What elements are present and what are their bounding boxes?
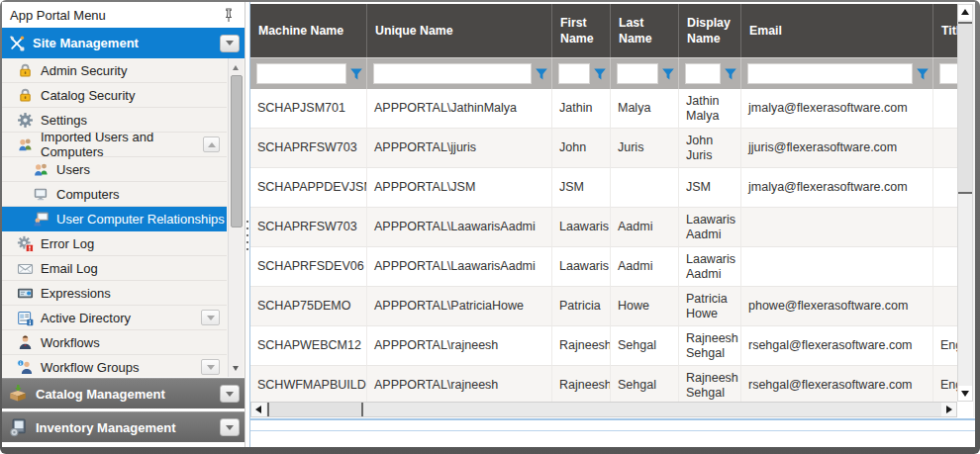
sidebar-item-catalog-security[interactable]: Catalog Security bbox=[2, 83, 227, 108]
filter-funnel-icon[interactable] bbox=[724, 67, 737, 81]
section-header-catalog-management[interactable]: Catalog Management bbox=[2, 378, 245, 409]
table-row[interactable]: SCHAPWEBCM12APPPORTAL\rajneeshRajneeshSe… bbox=[250, 326, 957, 366]
dropdown-button[interactable] bbox=[201, 359, 220, 375]
table-row[interactable]: SCHAPAPPDEVJSMAPPPORTAL\JSMJSMJSMjmalya@… bbox=[250, 168, 957, 208]
cell-email: rsehgal@flexerasoftware.com bbox=[741, 326, 933, 366]
filter-cell-display-name bbox=[679, 58, 741, 89]
section-header-inventory-management[interactable]: Inventory Management bbox=[2, 411, 245, 442]
sidebar-item-expressions[interactable]: Expressions bbox=[2, 281, 227, 306]
cell-first-name: Laawaris bbox=[552, 208, 611, 247]
cell-machine-name: SCHAPAPPDEVJSM bbox=[250, 168, 367, 208]
cell-first-name: Jathin bbox=[552, 89, 611, 129]
section-header-site-management[interactable]: Site Management bbox=[2, 28, 245, 58]
cell-unique-name: APPPORTAL\JathinMalya bbox=[367, 89, 552, 129]
sidebar-item-label: Email Log bbox=[41, 261, 98, 276]
cell-first-name: Rajneesh bbox=[552, 326, 611, 366]
sidebar-scrollbar-thumb[interactable] bbox=[231, 75, 243, 227]
collapse-button[interactable] bbox=[203, 136, 220, 152]
cell-title bbox=[933, 208, 957, 247]
column-header-machine-name[interactable]: Machine Name bbox=[250, 4, 367, 57]
cell-first-name: Rajneesh bbox=[552, 366, 611, 402]
sidebar-item-computers[interactable]: Computers bbox=[2, 182, 227, 207]
cell-first-name: Laawaris bbox=[552, 247, 611, 287]
sidebar-item-label: Imported Users and Computers bbox=[41, 130, 196, 159]
table-row[interactable]: SCHAP75DEMOAPPPORTAL\PatriciaHowePatrici… bbox=[250, 287, 957, 326]
tools-icon bbox=[8, 35, 26, 52]
table-row[interactable]: SCHAPJSM701APPPORTAL\JathinMalyaJathinMa… bbox=[250, 89, 957, 129]
grid-hscrollbar-thumb[interactable] bbox=[267, 403, 363, 416]
filter-input-email[interactable] bbox=[747, 63, 913, 84]
filter-input-machine-name[interactable] bbox=[256, 63, 346, 84]
sidebar-scrollbar[interactable] bbox=[228, 58, 243, 377]
column-header-first-name[interactable]: First Name bbox=[552, 4, 611, 57]
filter-cell-machine-name bbox=[250, 58, 367, 89]
section-collapse-button[interactable] bbox=[220, 35, 240, 52]
scroll-up-arrow-icon[interactable] bbox=[958, 5, 972, 20]
scroll-right-arrow-icon[interactable] bbox=[941, 403, 956, 416]
sidebar-item-label: Expressions bbox=[41, 286, 111, 301]
cell-first-name: JSM bbox=[552, 168, 611, 208]
section-expand-button[interactable] bbox=[220, 418, 240, 436]
section-label: Site Management bbox=[33, 36, 139, 50]
sidebar-item-workflows[interactable]: Workflows bbox=[2, 330, 227, 355]
sidebar-item-error-log[interactable]: Error Log bbox=[2, 231, 227, 256]
table-row[interactable]: SCHAPRFSDEV06APPPORTAL\LaawarisAadmiLaaw… bbox=[250, 247, 957, 287]
column-header-unique-name[interactable]: Unique Name bbox=[367, 4, 552, 57]
sidebar-item-label: Workflows bbox=[41, 335, 100, 350]
filter-funnel-icon[interactable] bbox=[916, 67, 930, 81]
column-header-title[interactable]: Title bbox=[933, 4, 957, 57]
cell-machine-name: SCHWFMAPBUILD2 bbox=[250, 366, 367, 402]
filter-input-display-name[interactable] bbox=[685, 63, 721, 84]
grid-vertical-scrollbar[interactable] bbox=[957, 4, 973, 402]
cell-last-name: Sehgal bbox=[611, 326, 679, 366]
dropdown-button[interactable] bbox=[201, 310, 220, 325]
cell-unique-name: APPPORTAL\LaawarisAadmi bbox=[367, 247, 552, 287]
filter-funnel-icon[interactable] bbox=[535, 67, 548, 81]
section-expand-button[interactable] bbox=[220, 385, 240, 403]
filter-input-first-name[interactable] bbox=[558, 63, 590, 84]
pin-icon[interactable] bbox=[221, 7, 237, 23]
column-header-last-name[interactable]: Last Name bbox=[611, 4, 679, 57]
scroll-down-arrow-icon[interactable] bbox=[229, 361, 243, 375]
filter-input-title[interactable] bbox=[939, 63, 957, 84]
cell-machine-name: SCHAPJSM701 bbox=[250, 89, 367, 129]
cell-display-name: Rajneesh Sehgal bbox=[679, 326, 741, 366]
sidebar-item-label: Admin Security bbox=[41, 63, 127, 78]
sidebar-item-email-log[interactable]: Email Log bbox=[2, 256, 227, 281]
cell-display-name: John Juris bbox=[679, 129, 741, 168]
sidebar-item-workflow-groups[interactable]: Workflow Groups bbox=[2, 355, 227, 377]
column-header-email[interactable]: Email bbox=[741, 4, 933, 57]
filter-funnel-icon[interactable] bbox=[593, 67, 607, 81]
scroll-up-arrow-icon[interactable] bbox=[229, 60, 243, 74]
table-row[interactable]: SCHAPRFSW703APPPORTAL\jjurisJohnJurisJoh… bbox=[250, 129, 957, 168]
grid-vscrollbar-thumb[interactable] bbox=[958, 22, 972, 194]
sidebar-item-label: User Computer Relationships bbox=[56, 212, 225, 227]
grid-horizontal-scrollbar[interactable] bbox=[250, 402, 957, 417]
filter-funnel-icon[interactable] bbox=[349, 67, 363, 81]
sidebar-item-label: Error Log bbox=[41, 236, 94, 251]
sidebar-item-active-directory[interactable]: Active Directory bbox=[2, 306, 227, 330]
table-row[interactable]: SCHWFMAPBUILD2APPPORTAL\rajneeshRajneesh… bbox=[250, 366, 957, 402]
cell-title: Eng Ma bbox=[933, 326, 957, 366]
app-window: App Portal Menu Site Management Admin Se… bbox=[0, 0, 980, 454]
filter-input-last-name[interactable] bbox=[617, 63, 658, 84]
filter-input-unique-name[interactable] bbox=[373, 63, 532, 84]
gear-icon bbox=[17, 112, 34, 129]
grid-body: SCHAPJSM701APPPORTAL\JathinMalyaJathinMa… bbox=[250, 89, 957, 402]
sidebar-item-imported-users-and-computers[interactable]: Imported Users and Computers bbox=[2, 133, 227, 157]
sidebar-item-users[interactable]: Users bbox=[2, 157, 227, 182]
cell-machine-name: SCHAPRFSW703 bbox=[250, 208, 367, 247]
scroll-left-arrow-icon[interactable] bbox=[251, 403, 266, 416]
column-header-display-name[interactable]: Display Name bbox=[679, 4, 741, 57]
scroll-down-arrow-icon[interactable] bbox=[958, 386, 972, 401]
table-row[interactable]: SCHAPRFSW703APPPORTAL\LaawarisAadmiLaawa… bbox=[250, 208, 957, 247]
sidebar-item-user-computer-relationships[interactable]: User Computer Relationships bbox=[2, 207, 227, 231]
cell-last-name: Aadmi bbox=[611, 247, 679, 287]
cell-machine-name: SCHAP75DEMO bbox=[250, 287, 367, 326]
sidebar-item-admin-security[interactable]: Admin Security bbox=[2, 58, 227, 83]
users-icon bbox=[33, 161, 49, 178]
filter-cell-last-name bbox=[611, 58, 679, 89]
chevron-up-icon bbox=[208, 138, 216, 147]
filter-funnel-icon[interactable] bbox=[661, 67, 675, 81]
cell-title bbox=[933, 129, 957, 168]
